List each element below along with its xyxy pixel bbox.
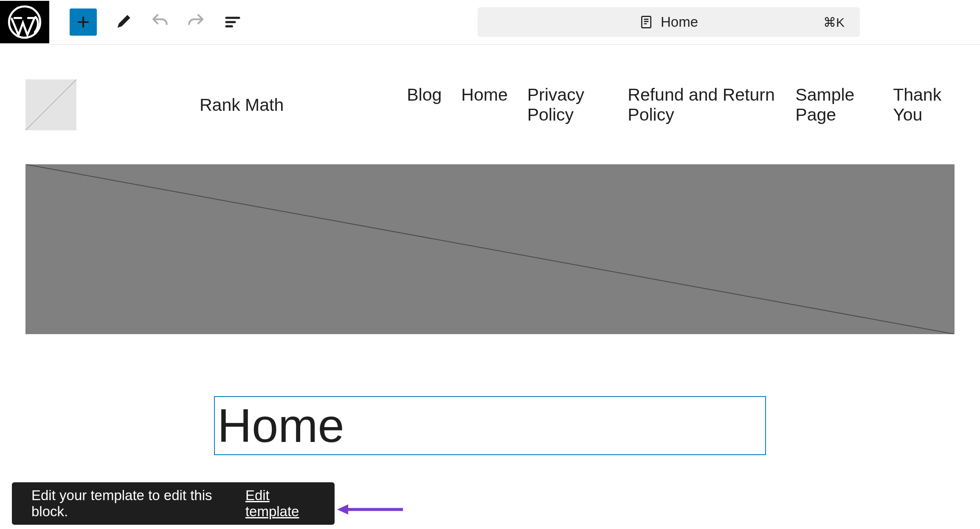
wordpress-icon — [8, 5, 42, 39]
nav-item-blog[interactable]: Blog — [407, 85, 442, 125]
site-header-right: Blog Home Privacy Policy Refund and Retu… — [407, 85, 955, 125]
placeholder-diagonal-icon — [25, 164, 955, 334]
snackbar: Edit your template to edit this block. E… — [12, 482, 335, 525]
page-title-block[interactable]: Home — [214, 396, 766, 455]
undo-icon — [151, 14, 168, 31]
redo-icon — [188, 14, 205, 31]
edit-template-link[interactable]: Edit template — [245, 487, 315, 520]
nav-item-refund[interactable]: Refund and Return Policy — [628, 85, 776, 125]
list-view-icon — [224, 14, 241, 31]
site-navigation: Blog Home Privacy Policy Refund and Retu… — [407, 85, 955, 125]
page-title-text: Home — [217, 400, 763, 452]
document-overview-button[interactable] — [222, 12, 243, 32]
svg-marker-4 — [337, 504, 348, 515]
page-title-wrap: Home — [25, 396, 955, 455]
arrow-left-icon — [337, 501, 405, 518]
toolbar-center: Home ⌘K — [243, 7, 980, 37]
page-selector-shortcut: ⌘K — [823, 15, 845, 30]
snackbar-message: Edit your template to edit this block. — [31, 487, 220, 520]
toolbar-left-group — [49, 8, 243, 36]
page-selector-label: Home — [661, 14, 698, 30]
editor-canvas: Rank Math Blog Home Privacy Policy Refun… — [0, 45, 980, 455]
editor-toolbar: Home ⌘K — [0, 0, 980, 45]
nav-item-sample[interactable]: Sample Page — [795, 85, 873, 125]
svg-line-2 — [25, 164, 955, 334]
redo-button[interactable] — [186, 12, 206, 32]
plus-icon — [75, 14, 91, 30]
site-header: Rank Math Blog Home Privacy Policy Refun… — [25, 79, 955, 130]
annotation-arrow — [337, 501, 405, 520]
featured-image-placeholder[interactable] — [25, 164, 955, 334]
site-logo-placeholder[interactable] — [25, 79, 76, 130]
tools-button[interactable] — [113, 12, 133, 32]
page-selector[interactable]: Home ⌘K — [478, 7, 860, 37]
page-icon — [639, 15, 653, 29]
add-block-button[interactable] — [70, 8, 97, 36]
nav-item-privacy[interactable]: Privacy Policy — [527, 85, 608, 125]
site-title[interactable]: Rank Math — [200, 95, 284, 115]
page-selector-main: Home — [639, 14, 698, 30]
nav-item-thankyou[interactable]: Thank You — [893, 85, 955, 125]
undo-button[interactable] — [149, 12, 170, 32]
wordpress-logo-button[interactable] — [0, 1, 49, 43]
nav-item-home[interactable]: Home — [461, 85, 507, 125]
pencil-icon — [115, 14, 132, 31]
